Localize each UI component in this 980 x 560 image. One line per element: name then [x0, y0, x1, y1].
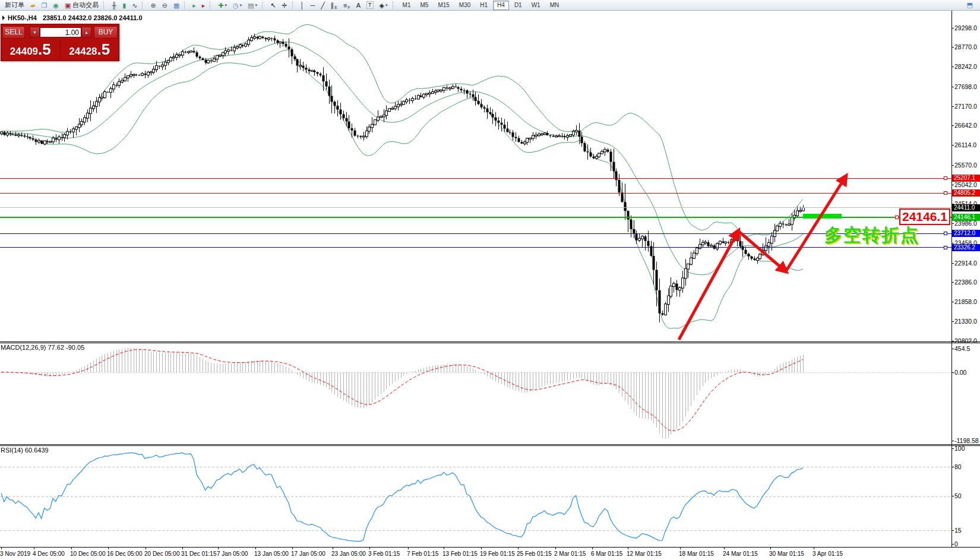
timeframe-button-h1[interactable]: H1 [476, 1, 492, 10]
price-axis-tick [951, 302, 954, 302]
macd-panel-canvas[interactable] [0, 343, 951, 444]
bar-chart-icon[interactable]: ╫ [109, 0, 119, 10]
price-axis-label: 26642.0 [954, 122, 977, 129]
vertical-line-icon[interactable]: │ [298, 0, 307, 10]
panel-separator[interactable] [0, 445, 980, 446]
horizontal-line-24411.0[interactable] [0, 207, 951, 208]
panel-separator[interactable] [0, 343, 980, 343]
arrows-icon[interactable]: ◈▾ [377, 0, 390, 10]
timeframe-button-d1[interactable]: D1 [510, 1, 526, 10]
channel-icon[interactable]: ∥E [328, 0, 340, 10]
crosshair-icon[interactable]: ✛ [279, 0, 289, 10]
chart-shift-icon[interactable]: ▸ [200, 0, 208, 10]
time-axis-label[interactable]: 24 Mar 01:15 [723, 550, 758, 557]
trendline-icon[interactable]: ╱ [318, 0, 327, 10]
line-handle[interactable] [944, 232, 947, 235]
indicators-icon[interactable]: ✚▾ [216, 0, 229, 10]
timeframe-button-m15[interactable]: M15 [434, 1, 453, 10]
time-axis-label[interactable]: 25 Feb 01:15 [517, 550, 552, 557]
time-axis-label[interactable]: 30 Mar 01:15 [769, 550, 804, 557]
time-axis-label[interactable]: 3 Feb 01:15 [368, 550, 400, 557]
tile-windows-icon[interactable]: ▦ [171, 0, 182, 10]
price-axis-tick [951, 145, 954, 145]
time-axis-label[interactable]: 18 Mar 01:15 [679, 550, 714, 557]
time-axis-label[interactable]: 3 Nov 2019 [0, 550, 30, 557]
time-axis-label[interactable]: 4 Dec 05:00 [33, 550, 65, 557]
time-axis-label[interactable]: 16 Dec 05:00 [107, 550, 143, 557]
time-axis-label[interactable]: 23 Jan 05:00 [331, 550, 366, 557]
timeframe-button-w1[interactable]: W1 [527, 1, 545, 10]
cursor-icon[interactable]: ↖ [268, 0, 278, 10]
expand-icon[interactable] [2, 15, 5, 20]
zoom-in-icon[interactable]: ⊕ [148, 0, 158, 10]
horizontal-line-23326.2[interactable] [0, 247, 951, 248]
fibonacci-icon[interactable]: ≡F [341, 0, 353, 10]
auto-trading-button[interactable]: ▣自动交易 [62, 0, 101, 10]
time-axis-label[interactable]: 13 Feb 01:15 [442, 550, 478, 557]
line-handle[interactable] [895, 216, 899, 219]
time-axis-label[interactable]: 19 Feb 01:15 [480, 550, 515, 557]
horizontal-line-icon[interactable]: ─ [308, 0, 317, 10]
line-chart-icon[interactable]: ∿ [129, 0, 140, 10]
timeframe-button-h4[interactable]: H4 [493, 1, 509, 10]
sell-price[interactable]: 24409.5 [1, 40, 60, 60]
rsi-axis-tick [951, 496, 954, 496]
timeframe-button-m5[interactable]: M5 [416, 1, 432, 10]
candlestick-chart-icon[interactable]: ▮ [120, 0, 128, 10]
volume-increase-button[interactable]: ▲ [81, 27, 91, 38]
horizontal-line-24805.2[interactable] [0, 193, 951, 194]
time-axis-label[interactable]: 7 Feb 01:15 [407, 550, 438, 557]
price-axis-tick [951, 282, 954, 283]
periods-icon[interactable]: ◷▾ [230, 0, 244, 10]
time-axis-label[interactable]: 2 Mar 01:15 [554, 550, 586, 557]
time-axis-tick [34, 548, 34, 549]
time-axis-label[interactable]: 17 Jan 05:00 [291, 550, 325, 557]
auto-scroll-icon[interactable]: ▸ [190, 0, 198, 10]
line-handle[interactable] [944, 176, 947, 180]
dropdown-caret-icon: ▾ [255, 3, 258, 8]
volume-decrease-button[interactable]: ▼ [30, 27, 40, 38]
time-axis-label[interactable]: 31 Dec 01:15 [181, 550, 217, 557]
horizontal-line-23712.0[interactable] [0, 233, 951, 234]
price-axis-label: 22914.0 [954, 260, 977, 267]
time-axis-label[interactable]: 12 Mar 01:15 [627, 550, 662, 557]
order-book-icon[interactable]: ▰ [28, 0, 37, 10]
chinese-annotation[interactable]: 多空转折点 [824, 223, 919, 248]
panel-separator[interactable] [0, 444, 980, 445]
timeframe-button-mn[interactable]: MN [546, 1, 564, 10]
new-order-button[interactable]: 新订单 [1, 0, 27, 10]
time-axis-label[interactable]: 20 Dec 05:00 [144, 550, 180, 557]
time-axis-tick [555, 548, 556, 549]
zoom-out-icon[interactable]: ⊖ [160, 0, 170, 10]
timeframe-button-m30[interactable]: M30 [455, 1, 475, 10]
label-icon[interactable]: T [364, 0, 376, 10]
horizontal-line-25207.1[interactable] [0, 178, 951, 179]
timeframe-button-m1[interactable]: M1 [399, 1, 415, 10]
volume-input[interactable] [40, 27, 81, 37]
templates-icon[interactable]: ▤▾ [245, 0, 260, 10]
rsi-panel-canvas[interactable] [0, 445, 951, 547]
panel-separator[interactable] [0, 341, 980, 342]
price-callout-label[interactable]: 24146.1 [899, 208, 950, 225]
time-axis-label[interactable]: 7 Jan 05:00 [217, 550, 248, 557]
signals-icon[interactable]: ◉ [50, 0, 61, 10]
new-window-icon[interactable]: ⬒ [965, 0, 975, 10]
zoom-in-icon: ⊕ [150, 1, 156, 10]
time-axis-label[interactable]: 3 Apr 01:15 [813, 550, 843, 557]
line-handle[interactable] [944, 246, 947, 249]
toolbar-separator [393, 2, 396, 9]
line-handle[interactable] [944, 191, 947, 195]
sell-button[interactable]: SELL [2, 26, 25, 39]
time-axis-label[interactable]: 13 Jan 05:00 [254, 550, 289, 557]
metatrader-app: 新订单▰❐◉▣自动交易╫▮∿⊕⊖▦▸▸✚▾◷▾▤▾↖✛│─╱∥E≡FAT◈▾M1… [0, 0, 980, 560]
time-axis-label[interactable]: 6 Mar 01:15 [591, 550, 622, 557]
market-watch-icon[interactable]: ❐ [39, 0, 49, 10]
support-highlight-bar[interactable] [803, 214, 842, 219]
buy-button[interactable]: BUY [94, 26, 118, 39]
time-axis-label[interactable]: 10 Dec 05:00 [70, 550, 106, 557]
text-icon[interactable]: A [354, 0, 363, 10]
time-axis-tick [680, 548, 681, 549]
price-chart-canvas[interactable] [0, 11, 951, 341]
buy-price[interactable]: 24428.5 [61, 40, 119, 60]
price-axis-marker-24146.1: 24146.1 [952, 214, 980, 221]
